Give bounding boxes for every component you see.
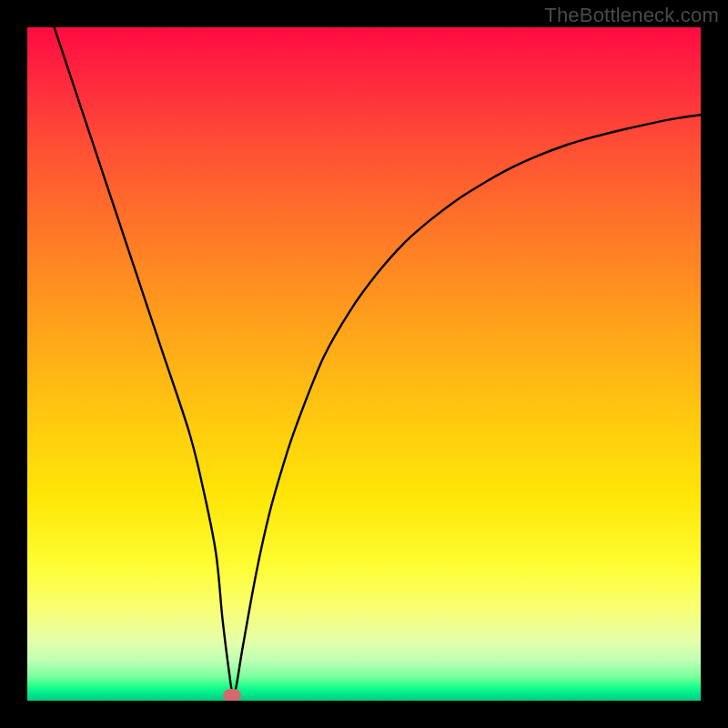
plot-area [27, 27, 701, 701]
optimum-marker [223, 689, 241, 701]
bottleneck-curve [55, 27, 701, 695]
watermark-text: TheBottleneck.com [544, 4, 719, 27]
chart-frame: TheBottleneck.com [0, 0, 728, 728]
curve-svg [27, 27, 701, 701]
